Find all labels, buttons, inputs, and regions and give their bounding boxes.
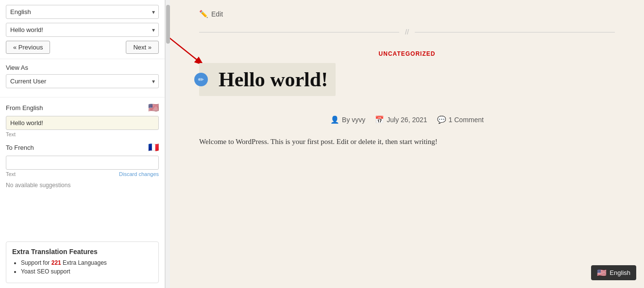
from-input-meta: Text xyxy=(6,131,159,137)
badge-label: English xyxy=(610,269,630,276)
to-lang-label: To French xyxy=(6,144,34,151)
extra-features-title: Extra Translation Features xyxy=(12,248,153,256)
view-as-select[interactable]: Current User Admin Guest xyxy=(6,74,159,88)
author-label: By vyvy xyxy=(342,116,365,124)
prev-button[interactable]: « Previous xyxy=(6,41,50,54)
post-select[interactable]: Hello world! Sample Page xyxy=(6,23,159,37)
extra-feature-item-2: Yoast SEO support xyxy=(21,268,153,275)
to-input-meta: Text Discard changes xyxy=(6,171,159,177)
from-flag: 🇺🇸 xyxy=(148,102,159,113)
extra-features-box: Extra Translation Features Support for 2… xyxy=(6,241,159,283)
view-as-section: View As Current User Admin Guest xyxy=(0,59,165,97)
edit-icon: ✏️ xyxy=(199,10,208,18)
post-title: Hello world! xyxy=(219,68,328,91)
language-select[interactable]: English French Spanish xyxy=(6,5,159,19)
edit-label: Edit xyxy=(211,10,223,18)
calendar-icon: 📅 xyxy=(375,115,384,124)
from-lang-label: From English xyxy=(6,104,43,112)
to-lang-row: To French 🇫🇷 xyxy=(6,142,159,153)
post-meta: 👤 By vyvy 📅 July 26, 2021 💬 1 Comment xyxy=(199,115,615,124)
comment-icon: 💬 xyxy=(437,115,446,124)
comment-label: 1 Comment xyxy=(449,116,484,124)
language-select-wrapper: English French Spanish xyxy=(6,5,159,19)
discard-changes-link[interactable]: Discard changes xyxy=(119,171,159,177)
post-excerpt: Welcome to WordPress. This is your first… xyxy=(199,136,491,147)
extra-feature-item-1: Support for 221 Extra Languages xyxy=(21,259,153,266)
extra-features-list: Support for 221 Extra Languages Yoast SE… xyxy=(12,259,153,275)
post-date: 📅 July 26, 2021 xyxy=(375,115,427,124)
to-flag: 🇫🇷 xyxy=(148,142,159,153)
badge-flag: 🇺🇸 xyxy=(597,268,607,277)
left-panel: English French Spanish Hello world! Samp… xyxy=(0,0,165,288)
right-panel: ✏️ Edit // UNCATEGORIZED result 1 xyxy=(170,0,644,288)
scrollbar-thumb[interactable] xyxy=(166,5,170,44)
post-title-edit-circle[interactable]: ✏ xyxy=(194,73,208,86)
post-category: UNCATEGORIZED xyxy=(199,50,615,57)
no-suggestions: No available suggestions xyxy=(6,182,159,189)
author-icon: 👤 xyxy=(330,115,339,124)
from-input-type: Text xyxy=(6,131,16,137)
next-button[interactable]: Next » xyxy=(126,41,159,54)
post-select-wrapper: Hello world! Sample Page xyxy=(6,23,159,37)
to-input-type: Text xyxy=(6,171,16,177)
post-title-block: ✏ Hello world! xyxy=(199,63,336,96)
post-comments: 💬 1 Comment xyxy=(437,115,484,124)
nav-buttons: « Previous Next » xyxy=(6,41,159,54)
divider-text: // xyxy=(405,28,409,36)
translation-section: From English 🇺🇸 Text To French 🇫🇷 Text D… xyxy=(0,97,165,237)
scrollbar-track[interactable] xyxy=(165,0,170,288)
pencil-icon: ✏ xyxy=(198,76,204,83)
top-controls: English French Spanish Hello world! Samp… xyxy=(0,0,165,59)
post-author: 👤 By vyvy xyxy=(330,115,365,124)
extra-feature-highlight: 221 xyxy=(51,259,61,266)
from-lang-row: From English 🇺🇸 xyxy=(6,102,159,113)
edit-link[interactable]: ✏️ Edit xyxy=(199,10,615,18)
to-input[interactable] xyxy=(6,156,159,170)
from-input[interactable] xyxy=(6,116,159,130)
view-as-label: View As xyxy=(6,64,159,71)
english-badge[interactable]: 🇺🇸 English xyxy=(591,265,636,280)
divider-line: // xyxy=(199,28,615,36)
date-label: July 26, 2021 xyxy=(387,116,427,124)
view-as-select-wrapper: Current User Admin Guest xyxy=(6,74,159,88)
